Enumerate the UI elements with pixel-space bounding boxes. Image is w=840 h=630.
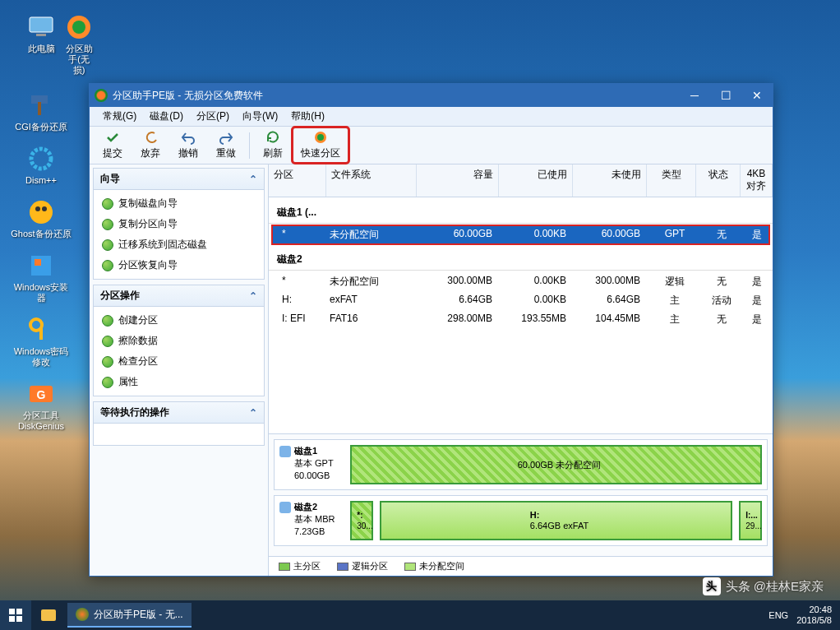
svg-rect-5 bbox=[38, 102, 41, 115]
disk-icon bbox=[279, 446, 291, 457]
disk-map-1[interactable]: 磁盘1基本 GPT60.00GB 60.00GB 未分配空间 bbox=[274, 439, 768, 490]
op-create-partition[interactable]: 创建分区 bbox=[95, 310, 262, 331]
svg-point-6 bbox=[31, 149, 51, 169]
refresh-icon bbox=[265, 130, 280, 145]
undo-all-icon bbox=[143, 130, 158, 145]
menu-partition[interactable]: 分区(P) bbox=[190, 108, 236, 125]
desktop-icon-partition-assistant[interactable]: 分区助手(无损) bbox=[64, 12, 94, 76]
tray-lang[interactable]: ENG bbox=[768, 610, 788, 620]
maximize-button[interactable]: ☐ bbox=[710, 84, 741, 107]
svg-point-8 bbox=[35, 206, 40, 211]
left-sidebar: 向导⌃ 复制磁盘向导 复制分区向导 迁移系统到固态磁盘 分区恢复向导 分区操作⌃… bbox=[90, 164, 269, 576]
panel-wizard-title: 向导 bbox=[100, 172, 120, 186]
svg-point-9 bbox=[42, 206, 47, 211]
toolbar-redo[interactable]: 重做 bbox=[208, 127, 244, 163]
toolbar-commit[interactable]: 提交 bbox=[95, 127, 131, 163]
disk-bar-h[interactable]: H:6.64GB exFAT bbox=[380, 501, 732, 540]
table-row[interactable]: H:exFAT6.64GB0.00KB6.64GB主活动是 bbox=[272, 291, 769, 310]
svg-rect-19 bbox=[16, 609, 22, 614]
tray-clock[interactable]: 20:482018/5/8 bbox=[796, 605, 832, 626]
wizard-copy-disk[interactable]: 复制磁盘向导 bbox=[95, 193, 262, 214]
menu-wizard[interactable]: 向导(W) bbox=[236, 108, 284, 125]
desktop-icon-cgi[interactable]: CGI备份还原 bbox=[10, 90, 72, 132]
close-button[interactable]: ✕ bbox=[741, 84, 773, 107]
toolbar-discard[interactable]: 放弃 bbox=[132, 127, 168, 163]
taskbar-explorer[interactable] bbox=[33, 603, 64, 628]
menu-help[interactable]: 帮助(H) bbox=[284, 108, 331, 125]
right-pane: 分区 文件系统 容量 已使用 未使用 类型 状态 4KB对齐 磁盘1 (... … bbox=[269, 164, 773, 576]
wizard-copy-partition[interactable]: 复制分区向导 bbox=[95, 214, 262, 234]
installer-icon bbox=[26, 251, 56, 280]
wizard-migrate-ssd[interactable]: 迁移系统到固态磁盘 bbox=[95, 234, 262, 255]
col-4k-align[interactable]: 4KB对齐 bbox=[741, 164, 773, 197]
wizard-partition-recovery[interactable]: 分区恢复向导 bbox=[95, 255, 262, 276]
grid-body: 磁盘1 (... * 未分配空间 60.00GB 0.00KB 60.00GB … bbox=[269, 197, 773, 433]
toolbar-refresh[interactable]: 刷新 bbox=[255, 127, 291, 163]
svg-rect-1 bbox=[36, 34, 46, 36]
col-used[interactable]: 已使用 bbox=[499, 164, 573, 197]
toolbar-undo[interactable]: 撤销 bbox=[170, 127, 206, 163]
col-free[interactable]: 未使用 bbox=[573, 164, 647, 197]
taskbar-app[interactable]: 分区助手PE版 - 无... bbox=[67, 603, 192, 628]
folder-icon bbox=[41, 609, 56, 621]
check-icon bbox=[105, 130, 120, 145]
svg-rect-13 bbox=[39, 328, 43, 340]
hammer-icon bbox=[26, 90, 56, 120]
windows-icon bbox=[9, 609, 22, 622]
disk-maps: 磁盘1基本 GPT60.00GB 60.00GB 未分配空间 磁盘2基本 MBR… bbox=[269, 433, 773, 556]
desktop-icon-ghost[interactable]: Ghost备份还原 bbox=[10, 197, 72, 239]
svg-point-3 bbox=[72, 21, 85, 34]
key-icon bbox=[26, 315, 56, 345]
panel-pending-title: 等待执行的操作 bbox=[100, 405, 169, 419]
collapse-icon[interactable]: ⌃ bbox=[249, 174, 257, 185]
disk-bar-unallocated[interactable]: 60.00GB 未分配空间 bbox=[350, 445, 762, 484]
toolbar-separator bbox=[249, 132, 250, 159]
desktop-icon-password[interactable]: Windows密码修改 bbox=[10, 315, 72, 368]
minimize-button[interactable]: ─ bbox=[679, 84, 710, 107]
op-properties[interactable]: 属性 bbox=[95, 372, 262, 392]
svg-rect-22 bbox=[41, 609, 56, 621]
op-wipe-data[interactable]: 擦除数据 bbox=[95, 331, 262, 351]
titlebar[interactable]: 分区助手PE版 - 无损分区免费软件 ─ ☐ ✕ bbox=[90, 84, 773, 107]
svg-rect-20 bbox=[9, 616, 15, 622]
disk2-title[interactable]: 磁盘2 bbox=[269, 248, 773, 271]
desktop-icon-dism[interactable]: Dism++ bbox=[10, 144, 72, 186]
collapse-icon[interactable]: ⌃ bbox=[249, 407, 257, 419]
table-row[interactable]: * 未分配空间 60.00GB 0.00KB 60.00GB GPT 无 是 bbox=[272, 225, 769, 244]
disk-map-2[interactable]: 磁盘2基本 MBR7.23GB *:30... H:6.64GB exFAT I… bbox=[274, 495, 768, 546]
disk-bar[interactable]: I:...29... bbox=[739, 501, 762, 540]
start-button[interactable] bbox=[0, 600, 31, 630]
menu-disk[interactable]: 磁盘(D) bbox=[143, 108, 190, 125]
desktop-icon-diskgenius[interactable]: G分区工具DiskGenius bbox=[10, 379, 72, 432]
pc-icon bbox=[26, 12, 56, 42]
menubar: 常规(G) 磁盘(D) 分区(P) 向导(W) 帮助(H) bbox=[90, 107, 773, 127]
col-capacity[interactable]: 容量 bbox=[417, 164, 499, 197]
toolbar-quick-partition[interactable]: 快速分区 bbox=[293, 127, 348, 163]
disk-bar[interactable]: *:30... bbox=[350, 501, 373, 540]
op-icon bbox=[102, 356, 113, 368]
panel-partition-ops: 分区操作⌃ 创建分区 擦除数据 检查分区 属性 bbox=[93, 285, 265, 396]
partition-wizard-icon bbox=[313, 130, 328, 145]
desktop-icon-this-pc[interactable]: 此电脑 bbox=[10, 12, 72, 54]
col-type[interactable]: 类型 bbox=[647, 164, 696, 197]
app-icon bbox=[95, 89, 108, 102]
col-filesystem[interactable]: 文件系统 bbox=[326, 164, 417, 197]
col-status[interactable]: 状态 bbox=[696, 164, 741, 197]
desktop-icon-win-installer[interactable]: Windows安装器 bbox=[10, 251, 72, 303]
wizard-icon bbox=[102, 198, 113, 210]
panel-pending: 等待执行的操作⌃ bbox=[93, 401, 265, 446]
desktop-icons: 此电脑 分区助手(无损) CGI备份还原 Dism++ Ghost备份还原 Wi… bbox=[10, 12, 72, 432]
redo-icon bbox=[219, 130, 233, 145]
window-title: 分区助手PE版 - 无损分区免费软件 bbox=[113, 89, 679, 103]
table-row[interactable]: *未分配空间300.00MB0.00KB300.00MB逻辑无是 bbox=[272, 272, 769, 291]
collapse-icon[interactable]: ⌃ bbox=[249, 290, 257, 302]
disk1-title[interactable]: 磁盘1 (... bbox=[269, 201, 773, 224]
swatch-unallocated bbox=[404, 563, 416, 571]
menu-general[interactable]: 常规(G) bbox=[96, 108, 143, 125]
col-partition[interactable]: 分区 bbox=[269, 164, 326, 197]
table-row[interactable]: I: EFIFAT16298.00MB193.55MB104.45MB主无是 bbox=[272, 310, 769, 329]
undo-icon bbox=[181, 130, 196, 145]
swatch-primary bbox=[279, 563, 290, 571]
op-check-partition[interactable]: 检查分区 bbox=[95, 351, 262, 372]
toolbar: 提交 放弃 撤销 重做 刷新 快速分区 bbox=[90, 127, 773, 164]
